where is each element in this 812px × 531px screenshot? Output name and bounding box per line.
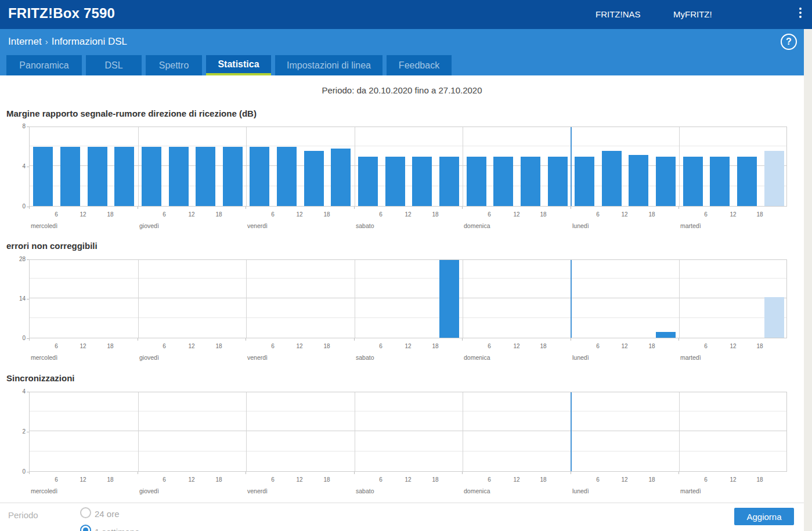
y-axis-tick xyxy=(27,127,29,127)
tab-dsl[interactable]: DSL xyxy=(86,55,142,75)
chart-bar xyxy=(683,157,703,206)
x-axis-hour-label: 6 xyxy=(55,211,58,218)
y-axis-tick-label: 8 xyxy=(8,123,26,129)
chart-bar xyxy=(385,157,405,206)
day-boundary-line xyxy=(138,392,139,471)
scrollbar-track[interactable] xyxy=(804,29,812,531)
radio-1-settimana-label[interactable]: 1 settimana xyxy=(95,527,140,531)
x-axis-hour-label: 6 xyxy=(488,343,491,349)
x-axis-day-tick xyxy=(679,338,679,341)
tab-impostazioni-di-linea[interactable]: Impostazioni di linea xyxy=(275,55,382,75)
x-axis-hour-label: 12 xyxy=(621,343,627,349)
x-axis-hour-label: 18 xyxy=(215,211,222,218)
help-icon[interactable]: ? xyxy=(781,34,797,50)
x-axis-day-tick xyxy=(138,207,138,209)
x-axis-day-label: domenica xyxy=(464,222,490,229)
x-axis-day-label: domenica xyxy=(464,354,490,361)
chart-bar xyxy=(250,147,269,206)
x-axis-day-tick xyxy=(354,207,355,209)
x-axis-hour-label: 12 xyxy=(80,476,86,483)
radio-24-ore[interactable] xyxy=(80,507,91,518)
x-axis-hour-label: 6 xyxy=(704,211,708,218)
x-axis-day-label: giovedì xyxy=(139,222,159,229)
day-boundary-line xyxy=(138,260,139,338)
x-axis-day-label: lunedì xyxy=(572,354,589,361)
day-boundary-line xyxy=(463,260,463,338)
x-axis-day-tick xyxy=(571,472,571,474)
chart-bar xyxy=(710,157,730,206)
breadcrumb-section[interactable]: Internet xyxy=(8,36,42,47)
x-axis-hour-label: 18 xyxy=(323,211,330,218)
update-button[interactable]: Aggiorna xyxy=(734,508,794,525)
x-axis-day-label: mercoledì xyxy=(31,222,57,229)
chart-bar xyxy=(223,147,243,206)
x-axis-hour-label: 12 xyxy=(405,211,411,218)
chart-bar xyxy=(575,157,594,206)
x-axis-day-tick xyxy=(246,338,246,341)
major-gridline xyxy=(30,431,786,431)
x-axis-hour-label: 6 xyxy=(379,476,382,483)
x-axis-hour-label: 18 xyxy=(323,476,330,483)
tab-statistica[interactable]: Statistica xyxy=(206,55,271,75)
radio-1-settimana[interactable] xyxy=(80,525,91,531)
x-axis-hour-label: 18 xyxy=(648,476,655,483)
x-axis-day-label: venerdì xyxy=(247,222,268,229)
x-axis-day-tick xyxy=(462,338,463,341)
x-axis-hour-label: 12 xyxy=(296,476,302,483)
tab-feedback[interactable]: Feedback xyxy=(387,55,452,75)
x-axis-hour-label: 12 xyxy=(80,211,86,218)
x-axis-hour-label: 12 xyxy=(730,476,736,483)
chart-bar xyxy=(412,157,432,206)
period-group-label: Periodo xyxy=(8,510,38,520)
x-axis-day-label: giovedì xyxy=(139,487,159,494)
chart-bar xyxy=(656,157,676,206)
x-axis-day-tick xyxy=(246,207,246,209)
y-axis-tick-label: 0 xyxy=(8,468,26,475)
x-axis-day-tick xyxy=(138,472,138,474)
x-axis-day-label: martedì xyxy=(680,354,701,361)
nav-myfritz-link[interactable]: MyFRITZ! xyxy=(673,9,712,19)
day-boundary-line xyxy=(138,127,139,206)
day-boundary-line xyxy=(463,392,463,471)
x-axis-hour-label: 6 xyxy=(163,476,166,483)
x-axis-hour-label: 12 xyxy=(296,343,302,349)
x-axis-hour-label: 6 xyxy=(163,211,166,218)
nav-fritznas-link[interactable]: FRITZ!NAS xyxy=(596,9,641,19)
x-axis-hour-label: 12 xyxy=(513,211,519,218)
x-axis-hour-label: 18 xyxy=(107,476,113,483)
chart-bar xyxy=(737,157,757,206)
chart-bar xyxy=(521,157,540,206)
chart-bar xyxy=(629,155,648,206)
chart-bar xyxy=(331,149,351,206)
x-axis-hour-label: 18 xyxy=(432,476,438,483)
x-axis-day-label: martedì xyxy=(680,222,701,229)
x-axis-day-label: sabato xyxy=(356,222,374,229)
x-axis-day-label: giovedì xyxy=(139,354,159,361)
x-axis-hour-label: 18 xyxy=(107,343,113,349)
tab-panoramica[interactable]: Panoramica xyxy=(6,55,82,75)
tab-spettro[interactable]: Spettro xyxy=(146,55,202,75)
chart-bar xyxy=(656,332,676,338)
day-boundary-line xyxy=(355,392,355,471)
x-axis-day-tick xyxy=(679,207,679,209)
x-axis-hour-label: 12 xyxy=(513,343,519,349)
kebab-menu-icon[interactable] xyxy=(797,8,803,23)
x-axis-day-tick xyxy=(29,472,30,474)
breadcrumb-page: Informazioni DSL xyxy=(52,36,127,47)
radio-24-ore-label[interactable]: 24 ore xyxy=(95,509,120,519)
x-axis-hour-label: 18 xyxy=(756,211,763,218)
x-axis-day-label: domenica xyxy=(464,487,490,494)
chart-bar xyxy=(548,157,568,206)
x-axis-hour-label: 18 xyxy=(215,343,222,349)
chevron-right-icon: › xyxy=(42,37,52,46)
minor-gridline xyxy=(30,411,786,411)
chart-bar xyxy=(439,260,459,338)
x-axis-hour-label: 12 xyxy=(405,343,411,349)
x-axis-hour-label: 6 xyxy=(55,476,58,483)
chart-bar xyxy=(493,157,513,206)
x-axis-day-tick xyxy=(29,338,30,341)
chart-bar xyxy=(169,147,189,206)
y-axis-tick-label: 4 xyxy=(8,163,26,169)
x-axis-hour-label: 18 xyxy=(648,211,655,218)
x-axis-day-tick xyxy=(679,472,679,474)
